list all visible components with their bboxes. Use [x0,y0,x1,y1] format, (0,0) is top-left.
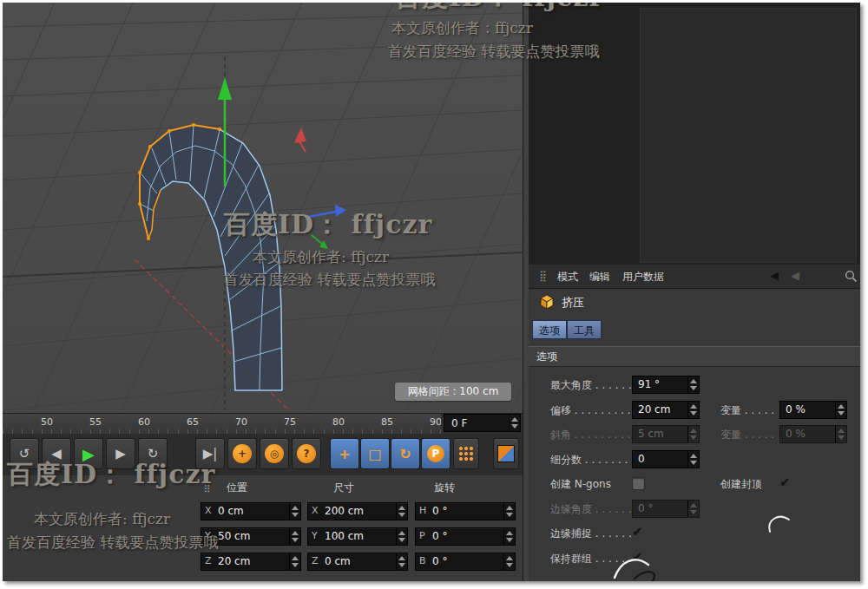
variation1-label: 变量 . . . . . [720,403,774,418]
position-column-header: 位置 [227,481,247,495]
transport-toolbar: ↺ ◀ ▶ ▶ ↻ ▶| + ◎ ? + □ ↻ P [3,434,523,476]
max-angle-field[interactable]: 91 ° [632,376,700,394]
position-z-field[interactable]: Z20 cm [201,553,301,571]
create-caps-checkbox[interactable]: ✔ [779,474,791,490]
timeline-tick: 50 [41,416,53,428]
coordinates-panel: ⣿ 位置 尺寸 旋转 X0 cm Y50 cm Z20 cm X200 cm Y… [3,475,523,581]
coordinates-grid-icon: ⣿ [203,481,211,493]
position-y-field[interactable]: Y50 cm [201,527,301,546]
rotation-p-field[interactable]: P0 ° [415,527,516,546]
extrude-object-icon [538,293,556,311]
create-ngons-checkbox[interactable] [632,477,645,490]
timeline-ruler[interactable]: 50 55 60 65 70 75 80 85 90 [3,413,441,435]
attribute-menubar: ⣿ 模式 编辑 用户数据 ◀ ◀ [529,265,860,289]
variation2-field: 0 % [779,425,847,443]
edge-angle-field: 0 ° [632,500,700,518]
object-manager-area[interactable] [529,3,860,265]
next-key-button[interactable]: ▶ [106,438,135,469]
bevel-label: 斜角 . . . . . . . . . . [550,428,637,442]
offset-row: 偏移 . . . . . . . . . . 20 cm 变量 . . . . … [529,401,860,420]
edge-snap-checkbox[interactable]: ✔ [632,524,643,540]
menu-mode[interactable]: 模式 [557,270,578,285]
variation1-field[interactable]: 0 % [779,401,847,419]
attribute-manager-panel: ⣿ 模式 编辑 用户数据 ◀ ◀ 挤压 选项 工具 选项 最大角度 . . . … [529,3,860,581]
keyframe-options-button[interactable]: ? [292,438,321,469]
goto-start-button[interactable]: ↺ [10,438,39,469]
app-window: 网格间距 : 100 cm 50 55 60 65 70 75 80 85 90… [3,3,860,581]
grid-spacing-badge: 网格间距 : 100 cm [395,383,511,401]
offset-label: 偏移 . . . . . . . . . . [550,403,637,418]
edge-angle-row: 边缘角度 . . . . . . 0 ° [529,500,860,519]
move-tool-button[interactable]: + [330,438,359,469]
timeline-tick: 55 [89,416,102,428]
edge-snap-label: 边缘捕捉 . . . . . . [550,527,632,541]
max-angle-row: 最大角度 . . . . . . 91 ° [529,376,860,395]
size-z-field[interactable]: Z0 cm [307,553,408,571]
keep-groups-row: 保持群组 . . . . . . ✔ [529,549,860,568]
rotate-tool-button[interactable]: ↻ [391,438,420,469]
scale-icon: □ [368,446,381,462]
variation2-label: 变量 . . . . . [720,428,774,442]
size-x-field[interactable]: X200 cm [307,502,408,520]
object-manager-list[interactable] [640,8,857,263]
help-icon: ? [297,444,316,463]
position-x-field[interactable]: X0 cm [201,502,301,520]
subdivision-field[interactable]: 0 [632,450,700,468]
scale-tool-button[interactable]: □ [360,438,390,469]
frame-number-value: 0 F [451,417,467,429]
tab-tool[interactable]: 工具 [567,320,602,339]
create-caps-label: 创建封顶 [720,477,762,492]
tab-options[interactable]: 选项 [532,320,567,339]
frame-number-field[interactable]: 0 F [444,414,521,432]
bevel-field: 5 cm [632,425,700,443]
attribute-grid-icon: ⣿ [539,270,547,282]
frame-number-stepper[interactable] [509,415,520,431]
rotation-column-header: 旋转 [434,481,455,495]
object-name-label: 挤压 [562,295,584,311]
autokey-button[interactable]: ◎ [260,438,289,469]
create-ngons-label: 创建 N-gons [550,477,611,492]
active-object-row[interactable]: 挤压 [529,288,860,316]
record-keyframe-button[interactable]: + [227,438,257,469]
keep-groups-checkbox[interactable]: ✔ [632,549,643,565]
viewport-3d[interactable]: 网格间距 : 100 cm [3,3,523,413]
timeline-tick: 70 [235,416,247,428]
subdivision-label: 细分数 . . . . . . . . [550,453,635,468]
keep-groups-label: 保持群组 . . . . . . [550,552,632,566]
parent-icon: P [427,445,444,462]
size-y-field[interactable]: Y100 cm [307,527,408,546]
history-back-icon[interactable]: ◀ [770,269,779,282]
viewport-canvas[interactable] [3,3,523,413]
dots-grid-icon [458,446,474,461]
offset-field[interactable]: 20 cm [632,401,700,419]
ngons-caps-row: 创建 N-gons 创建封顶 ✔ [529,474,860,494]
size-column-header: 尺寸 [333,481,354,495]
split-view-icon [497,445,515,462]
history-forward-icon[interactable]: ◀ [791,269,799,282]
rotation-b-field[interactable]: B0 ° [415,553,516,571]
timeline-tick: 75 [284,416,296,428]
axis-lock-button[interactable] [453,438,479,469]
bevel-row: 斜角 . . . . . . . . . . 5 cm 变量 . . . . .… [529,425,860,444]
autokey-icon: ◎ [265,444,284,463]
timeline-tick: 85 [381,416,393,428]
menu-user-data[interactable]: 用户数据 [622,270,664,285]
move-icon: + [339,446,350,462]
timeline-tick: 65 [187,416,199,428]
edge-angle-label: 边缘角度 . . . . . . [550,502,632,517]
previous-key-button[interactable]: ◀ [42,438,71,469]
menu-edit[interactable]: 编辑 [589,270,610,285]
options-section-header[interactable]: 选项 [529,346,860,367]
viewport-split-button[interactable] [493,438,519,469]
loop-button[interactable]: ↻ [138,438,168,469]
rotation-h-field[interactable]: H0 ° [415,502,516,520]
rotate-icon: ↻ [399,446,411,462]
goto-end-button[interactable]: ▶| [195,438,225,469]
max-angle-label: 最大角度 . . . . . . [550,378,632,393]
subdivision-row: 细分数 . . . . . . . . 0 [529,450,860,469]
search-icon[interactable] [845,270,858,283]
parent-tool-button[interactable]: P [421,438,450,469]
play-button[interactable]: ▶ [74,438,103,469]
timeline-tick: 60 [138,416,150,428]
timeline-tick: 90 [430,416,442,428]
